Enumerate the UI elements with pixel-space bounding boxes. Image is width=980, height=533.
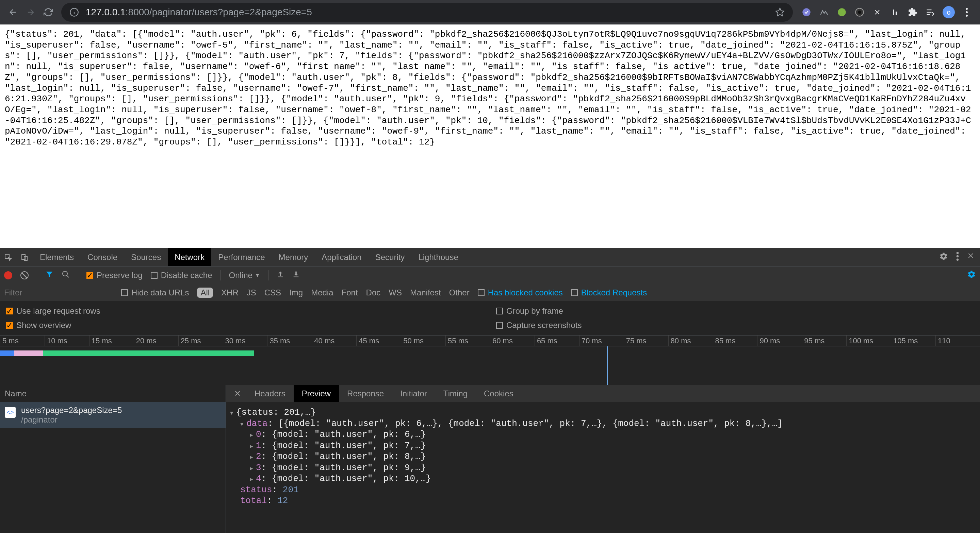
- extension-icon-6[interactable]: [889, 7, 900, 17]
- hide-data-urls-checkbox[interactable]: Hide data URLs: [121, 288, 189, 297]
- timeline-tick: 45 ms: [356, 336, 401, 346]
- filter-manifest[interactable]: Manifest: [410, 288, 441, 297]
- devtools-more-icon[interactable]: [956, 252, 959, 263]
- devtools-close-icon[interactable]: [967, 252, 975, 263]
- inspect-icon[interactable]: [0, 253, 16, 262]
- extensions-puzzle-icon[interactable]: [907, 7, 918, 17]
- timeline-tick: 85 ms: [713, 336, 757, 346]
- timeline-tick: 75 ms: [624, 336, 668, 346]
- extension-icon-1[interactable]: [801, 7, 812, 17]
- blocked-requests-checkbox[interactable]: Blocked Requests: [571, 288, 647, 297]
- preview-item-line[interactable]: 1: {model: "auth.user", pk: 7,…}: [230, 440, 976, 451]
- extension-icon-3[interactable]: [837, 7, 847, 17]
- extension-icon-4[interactable]: [854, 7, 865, 17]
- filter-media[interactable]: Media: [311, 288, 333, 297]
- tab-network[interactable]: Network: [168, 248, 211, 266]
- svg-point-20: [956, 259, 959, 261]
- preview-item-line[interactable]: 2: {model: "auth.user", pk: 8,…}: [230, 451, 976, 462]
- preserve-log-checkbox[interactable]: ✓Preserve log: [86, 271, 143, 280]
- separator: [268, 270, 269, 281]
- timeline-tick: 100 ms: [846, 336, 891, 346]
- tab-cookies[interactable]: Cookies: [476, 385, 522, 402]
- throttle-select[interactable]: Online▼: [229, 271, 259, 280]
- use-large-rows-checkbox[interactable]: ✓Use large request rows: [6, 306, 100, 316]
- request-list-header[interactable]: Name: [0, 385, 226, 402]
- tab-elements[interactable]: Elements: [33, 248, 81, 266]
- preview-body: {status: 201,…} data: [{model: "auth.use…: [226, 402, 980, 511]
- preview-item-line[interactable]: 0: {model: "auth.user", pk: 6,…}: [230, 429, 976, 440]
- tab-security[interactable]: Security: [369, 248, 412, 266]
- network-timeline[interactable]: 5 ms10 ms15 ms20 ms25 ms30 ms35 ms40 ms4…: [0, 336, 980, 385]
- tab-sources[interactable]: Sources: [124, 248, 168, 266]
- blocked-cookies-checkbox[interactable]: Has blocked cookies: [478, 288, 563, 297]
- reload-button[interactable]: [41, 5, 56, 20]
- info-icon[interactable]: [69, 8, 79, 17]
- preview-status-line[interactable]: status: 201: [230, 484, 976, 496]
- devtools-settings-icon[interactable]: [939, 252, 948, 263]
- tab-console[interactable]: Console: [81, 248, 124, 266]
- close-detail-icon[interactable]: ✕: [229, 389, 247, 398]
- bookmark-star-icon[interactable]: [775, 8, 785, 17]
- devtools-tabs: Elements Console Sources Network Perform…: [0, 248, 980, 266]
- filter-ws[interactable]: WS: [388, 288, 402, 297]
- upload-har-icon[interactable]: [277, 271, 284, 280]
- filter-xhr[interactable]: XHR: [221, 288, 239, 297]
- extension-icon-5[interactable]: [872, 7, 883, 17]
- tab-response[interactable]: Response: [339, 385, 392, 402]
- search-icon[interactable]: [62, 270, 70, 281]
- network-settings-icon[interactable]: [967, 270, 976, 281]
- tab-initiator[interactable]: Initiator: [392, 385, 435, 402]
- filter-all[interactable]: All: [197, 287, 213, 298]
- svg-rect-16: [22, 255, 25, 259]
- preview-item-line[interactable]: 4: {model: "auth.user", pk: 10,…}: [230, 473, 976, 484]
- tab-application[interactable]: Application: [315, 248, 368, 266]
- timeline-tick: 30 ms: [223, 336, 267, 346]
- filter-css[interactable]: CSS: [264, 288, 281, 297]
- url-text: 127.0.0.1:8000/paginator/users?page=2&pa…: [86, 7, 312, 17]
- preview-root-line[interactable]: {status: 201,…}: [230, 407, 976, 418]
- tab-memory[interactable]: Memory: [272, 248, 315, 266]
- capture-screenshots-checkbox[interactable]: Capture screenshots: [496, 320, 582, 330]
- timeline-tick: 10 ms: [45, 336, 89, 346]
- profile-avatar[interactable]: o: [943, 6, 955, 18]
- filter-img[interactable]: Img: [289, 288, 303, 297]
- extension-icons: o: [798, 6, 975, 18]
- request-path: /paginator: [21, 415, 122, 425]
- address-bar[interactable]: 127.0.0.1:8000/paginator/users?page=2&pa…: [61, 3, 793, 22]
- page-json-body: {"status": 201, "data": [{"model": "auth…: [0, 24, 980, 248]
- timeline-tick: 65 ms: [535, 336, 579, 346]
- tab-lighthouse[interactable]: Lighthouse: [411, 248, 465, 266]
- tab-headers[interactable]: Headers: [247, 385, 294, 402]
- filter-font[interactable]: Font: [342, 288, 358, 297]
- extension-icon-2[interactable]: [819, 7, 830, 17]
- preview-data-line[interactable]: data: [{model: "auth.user", pk: 6,…}, {m…: [230, 418, 976, 429]
- tab-timing[interactable]: Timing: [435, 385, 476, 402]
- clear-button[interactable]: [21, 271, 29, 279]
- preview-total-line[interactable]: total: 12: [230, 495, 976, 506]
- browser-menu-button[interactable]: [962, 8, 972, 17]
- reading-list-icon[interactable]: [925, 7, 936, 17]
- tab-preview[interactable]: Preview: [294, 385, 339, 402]
- tab-performance[interactable]: Performance: [211, 248, 272, 266]
- filter-js[interactable]: JS: [247, 288, 256, 297]
- back-button[interactable]: [5, 5, 21, 20]
- filter-input[interactable]: [4, 288, 113, 297]
- filter-doc[interactable]: Doc: [366, 288, 381, 297]
- download-har-icon[interactable]: [292, 271, 300, 280]
- device-toggle-icon[interactable]: [16, 253, 33, 262]
- record-button[interactable]: [4, 271, 12, 279]
- filter-other[interactable]: Other: [449, 288, 469, 297]
- separator: [78, 270, 78, 281]
- svg-marker-3: [776, 8, 784, 16]
- preview-item-line[interactable]: 3: {model: "auth.user", pk: 9,…}: [230, 462, 976, 474]
- disable-cache-checkbox[interactable]: Disable cache: [151, 271, 212, 280]
- filter-toggle-icon[interactable]: [45, 270, 53, 281]
- show-overview-checkbox[interactable]: ✓Show overview: [6, 320, 71, 330]
- forward-button[interactable]: [23, 5, 38, 20]
- group-by-frame-checkbox[interactable]: Group by frame: [496, 306, 563, 316]
- timeline-tick: 95 ms: [802, 336, 846, 346]
- svg-rect-10: [893, 10, 894, 15]
- timeline-tick: 110: [935, 336, 980, 346]
- timeline-tick: 20 ms: [134, 336, 178, 346]
- request-row[interactable]: <> users?page=2&pageSize=5 /paginator: [0, 402, 226, 428]
